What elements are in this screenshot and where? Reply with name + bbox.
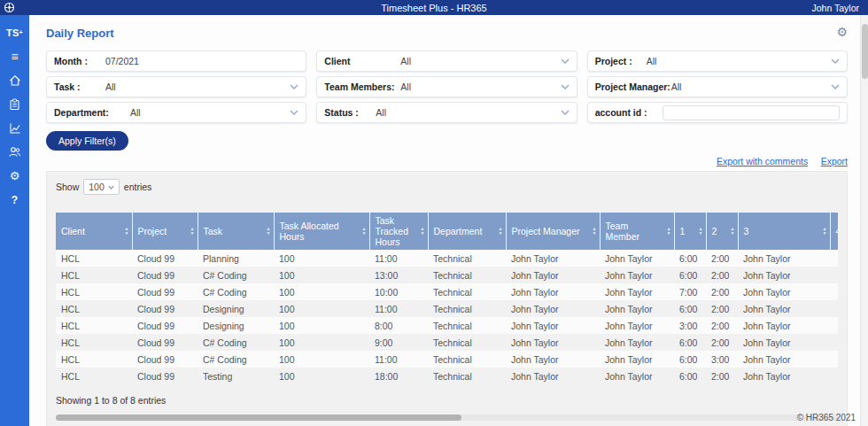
table-cell <box>830 334 838 351</box>
table-cell: John Taylor <box>738 283 830 300</box>
table-cell <box>830 250 838 267</box>
table-cell: Technical <box>428 317 506 334</box>
column-header-project-manager[interactable]: Project Manager▲▼ <box>506 213 600 250</box>
account-id-input[interactable] <box>663 105 840 120</box>
table-cell: John Taylor <box>600 351 674 368</box>
vertical-scrollbar-thumb[interactable] <box>862 24 868 79</box>
column-header-label: 3 <box>744 226 749 236</box>
column-header-task-tracked-hours[interactable]: Task Tracked Hours▲▼ <box>369 213 428 250</box>
sort-icon[interactable]: ▲▼ <box>267 227 271 236</box>
table-cell: 6:00 <box>674 351 706 368</box>
table-cell: 2:00 <box>706 368 738 384</box>
filter-label: Team Members: <box>324 81 400 92</box>
column-header-label: Project <box>138 226 167 236</box>
filter-value: All <box>671 81 831 92</box>
table-cell: Cloud 99 <box>132 368 198 384</box>
table-cell: Testing <box>198 368 274 384</box>
users-icon[interactable] <box>0 140 29 164</box>
sort-icon[interactable]: ▲▼ <box>499 227 503 236</box>
filter-status[interactable]: Status : All <box>316 102 577 123</box>
help-icon[interactable]: ? <box>0 188 29 212</box>
entries-label: entries <box>124 182 152 192</box>
reports-chart-icon[interactable] <box>0 116 29 140</box>
filter-department[interactable]: Department: All <box>46 102 306 123</box>
column-header-task-allocated-hours[interactable]: Task Allocated Hours▲▼ <box>274 213 369 250</box>
table-cell: 3:00 <box>674 317 706 334</box>
filter-label: account id : <box>595 107 657 118</box>
menu-hamburger-icon[interactable]: ≡ <box>0 44 29 68</box>
filter-project-manager[interactable]: Project Manager: All <box>587 76 848 97</box>
sort-icon[interactable]: ▲▼ <box>823 227 827 236</box>
export-with-comments-link[interactable]: Export with comments <box>717 156 808 167</box>
filter-team-members[interactable]: Team Members: All <box>316 76 577 97</box>
sort-icon[interactable]: ▲▼ <box>699 227 703 236</box>
table-cell: Planning <box>198 250 274 267</box>
column-header-team-member[interactable]: Team Member▲▼ <box>600 213 674 250</box>
filter-label: Status : <box>324 107 376 118</box>
column-header-client[interactable]: Client▲▼ <box>56 213 132 250</box>
filter-project[interactable]: Project : All <box>587 50 848 72</box>
sort-icon[interactable]: ▲▼ <box>362 227 367 236</box>
table-cell: John Taylor <box>506 283 600 300</box>
filter-month[interactable]: Month : 07/2021 <box>46 50 306 72</box>
table-cell: 2:00 <box>706 283 738 300</box>
table-cell: Designing <box>198 300 274 317</box>
copyright-text: © HR365 2021 <box>797 413 856 422</box>
table-scroll-area: Client▲▼Project▲▼Task▲▼Task Allocated Ho… <box>56 213 838 384</box>
settings-icon[interactable]: ⚙ <box>0 164 29 188</box>
column-header-task[interactable]: Task▲▼ <box>198 213 274 250</box>
table-cell: Technical <box>428 283 506 300</box>
table-cell: 6:00 <box>674 267 706 283</box>
filter-value: All <box>130 107 290 118</box>
sort-icon[interactable]: ▲▼ <box>593 227 597 236</box>
timesheet-clipboard-icon[interactable] <box>0 92 29 116</box>
table-cell: 100 <box>274 250 369 267</box>
horizontal-scrollbar[interactable] <box>56 414 838 421</box>
column-header-4[interactable]: 4▲▼ <box>830 213 838 250</box>
page-title: Daily Report <box>46 27 114 40</box>
settings-gear-icon[interactable]: ⚙ <box>836 25 848 39</box>
table-cell: John Taylor <box>506 250 600 267</box>
table-cell: 7:00 <box>674 283 706 300</box>
column-header-1[interactable]: 1▲▼ <box>674 213 706 250</box>
table-cell: HCL <box>56 368 132 384</box>
table-cell: Technical <box>428 300 506 317</box>
table-row: HCLCloud 99C# Coding10011:00TechnicalJoh… <box>56 351 838 368</box>
table-cell: 100 <box>274 283 369 300</box>
sort-icon[interactable]: ▲▼ <box>667 227 671 236</box>
table-cell: John Taylor <box>738 351 830 368</box>
column-header-project[interactable]: Project▲▼ <box>132 213 198 250</box>
entries-select-value: 100 <box>89 182 105 192</box>
table-cell: 6:00 <box>674 250 706 267</box>
sort-icon[interactable]: ▲▼ <box>421 227 425 236</box>
sort-icon[interactable]: ▲▼ <box>731 227 735 236</box>
home-icon[interactable] <box>0 68 29 92</box>
sidebar-logo-sup: + <box>19 29 23 35</box>
filter-client[interactable]: Client All <box>316 50 577 72</box>
table-cell: John Taylor <box>506 351 600 368</box>
column-header-department[interactable]: Department▲▼ <box>428 213 506 250</box>
table-cell: 100 <box>274 334 369 351</box>
apply-filters-button[interactable]: Apply Filter(s) <box>46 131 128 151</box>
column-header-label: Team Member <box>606 221 640 242</box>
horizontal-scrollbar-thumb[interactable] <box>56 414 461 421</box>
sidebar-logo[interactable]: TS+ <box>0 20 29 44</box>
vertical-scrollbar[interactable] <box>860 15 868 426</box>
table-row: HCLCloud 99C# Coding10010:00TechnicalJoh… <box>56 283 838 300</box>
filter-value: All <box>400 81 560 92</box>
entries-select[interactable]: 100 <box>83 179 120 195</box>
table-cell <box>830 368 838 384</box>
sort-icon[interactable]: ▲▼ <box>190 227 195 236</box>
column-header-2[interactable]: 2▲▼ <box>706 213 738 250</box>
table-cell: John Taylor <box>738 334 830 351</box>
column-header-3[interactable]: 3▲▼ <box>738 213 830 250</box>
export-link[interactable]: Export <box>821 156 848 167</box>
table-cell: HCL <box>56 351 132 368</box>
filter-label: Task : <box>54 81 105 92</box>
filter-label: Department: <box>54 107 130 118</box>
user-menu[interactable]: John Taylor <box>811 3 859 13</box>
filter-task[interactable]: Task : All <box>46 76 306 97</box>
sort-icon[interactable]: ▲▼ <box>125 227 129 236</box>
table-cell: Technical <box>428 267 506 283</box>
table-row: HCLCloud 99Designing1008:00TechnicalJohn… <box>56 317 838 334</box>
